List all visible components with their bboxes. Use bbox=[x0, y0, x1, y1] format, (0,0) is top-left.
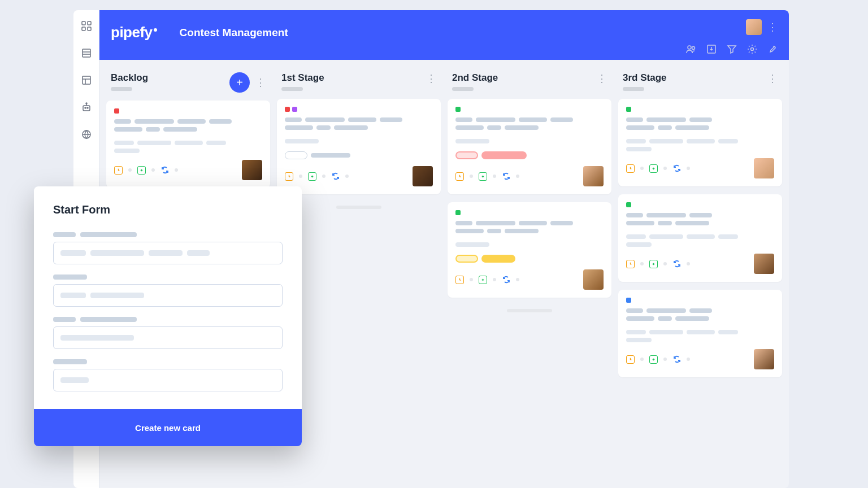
assignee-avatar[interactable] bbox=[413, 166, 433, 186]
dashboard-icon[interactable] bbox=[80, 19, 93, 33]
sync-icon bbox=[672, 355, 681, 364]
user-avatar[interactable] bbox=[746, 19, 762, 35]
label-red bbox=[285, 107, 290, 112]
kanban-card[interactable] bbox=[618, 99, 782, 186]
create-card-button[interactable]: Create new card bbox=[34, 409, 302, 446]
kanban-card[interactable] bbox=[106, 101, 270, 188]
members-icon[interactable] bbox=[686, 44, 696, 54]
clock-icon bbox=[626, 260, 635, 268]
sync-icon bbox=[672, 164, 681, 173]
label-blue bbox=[626, 298, 631, 303]
list-icon[interactable] bbox=[80, 46, 93, 60]
column-stage-3: 3rd Stage ⋮ bbox=[618, 69, 782, 488]
kanban-card[interactable] bbox=[618, 290, 782, 377]
check-icon bbox=[308, 172, 316, 181]
svg-point-14 bbox=[86, 103, 87, 104]
svg-rect-0 bbox=[82, 21, 85, 25]
svg-rect-3 bbox=[88, 27, 91, 30]
svg-rect-7 bbox=[83, 76, 90, 84]
check-icon bbox=[479, 276, 487, 284]
label-green bbox=[626, 202, 631, 207]
clock-icon bbox=[455, 172, 464, 181]
svg-point-12 bbox=[87, 107, 88, 108]
svg-point-17 bbox=[688, 46, 691, 49]
globe-icon[interactable] bbox=[80, 128, 93, 141]
column-menu-icon[interactable]: ⋮ bbox=[597, 72, 607, 85]
layout-icon[interactable] bbox=[80, 73, 93, 87]
sync-icon bbox=[502, 172, 510, 181]
assignee-avatar[interactable] bbox=[242, 160, 262, 180]
label-green bbox=[455, 210, 461, 215]
header-menu-icon[interactable]: ⋮ bbox=[767, 21, 778, 33]
settings-icon[interactable] bbox=[747, 44, 757, 54]
column-subtitle-skeleton bbox=[111, 87, 132, 91]
column-title: 3rd Stage bbox=[623, 72, 666, 84]
assignee-avatar[interactable] bbox=[583, 269, 604, 290]
column-scrollbar bbox=[507, 309, 552, 312]
check-icon bbox=[649, 355, 658, 364]
form-field-4[interactable] bbox=[53, 369, 283, 391]
card-status-icons bbox=[114, 166, 178, 175]
assignee-avatar[interactable] bbox=[583, 166, 604, 186]
start-form-modal: Start Form Create new card bbox=[34, 186, 302, 446]
column-title: 2nd Stage bbox=[452, 72, 498, 84]
svg-rect-10 bbox=[83, 106, 90, 111]
sync-icon bbox=[160, 166, 169, 175]
svg-rect-2 bbox=[82, 27, 85, 30]
svg-point-20 bbox=[751, 48, 754, 51]
clock-icon bbox=[114, 166, 123, 175]
clock-icon bbox=[455, 276, 464, 284]
import-icon[interactable] bbox=[706, 44, 717, 54]
column-menu-icon[interactable]: ⋮ bbox=[426, 72, 436, 85]
pipe-title: Contest Management bbox=[180, 27, 288, 39]
sync-icon bbox=[672, 260, 681, 268]
check-icon bbox=[649, 260, 658, 268]
bot-icon[interactable] bbox=[80, 101, 93, 114]
column-title: 1st Stage bbox=[281, 72, 324, 84]
label-red bbox=[114, 108, 119, 114]
svg-rect-4 bbox=[83, 49, 90, 57]
column-header: Backlog + ⋮ bbox=[106, 69, 270, 101]
check-icon bbox=[649, 164, 658, 173]
assignee-avatar[interactable] bbox=[754, 349, 774, 369]
form-field-3[interactable] bbox=[53, 326, 283, 349]
sync-icon bbox=[502, 276, 510, 284]
check-icon bbox=[479, 172, 487, 181]
column-scrollbar bbox=[336, 206, 381, 209]
column-title: Backlog bbox=[111, 72, 148, 84]
kanban-card[interactable] bbox=[448, 99, 611, 194]
clock-icon bbox=[626, 164, 635, 173]
label-green bbox=[626, 107, 631, 112]
svg-point-18 bbox=[692, 47, 695, 50]
header-toolbar bbox=[686, 44, 778, 54]
label-green bbox=[455, 107, 461, 112]
kanban-card[interactable] bbox=[448, 202, 611, 298]
sync-icon bbox=[331, 172, 340, 181]
header: pipefy Contest Management ⋮ bbox=[99, 10, 789, 60]
svg-point-11 bbox=[85, 107, 86, 108]
modal-title: Start Form bbox=[53, 203, 283, 216]
column-menu-icon[interactable]: ⋮ bbox=[255, 76, 266, 89]
label-purple bbox=[292, 107, 297, 112]
add-card-button[interactable]: + bbox=[229, 72, 250, 93]
clock-icon bbox=[285, 172, 293, 181]
wrench-icon[interactable] bbox=[767, 44, 778, 54]
kanban-card[interactable] bbox=[618, 194, 782, 282]
assignee-avatar[interactable] bbox=[754, 158, 774, 178]
kanban-card[interactable] bbox=[277, 99, 441, 194]
form-field-2[interactable] bbox=[53, 284, 283, 307]
form-field-1[interactable] bbox=[53, 242, 283, 264]
column-menu-icon[interactable]: ⋮ bbox=[767, 72, 778, 85]
column-stage-2: 2nd Stage ⋮ bbox=[448, 69, 611, 488]
check-icon bbox=[137, 166, 146, 175]
assignee-avatar[interactable] bbox=[754, 254, 774, 274]
logo: pipefy bbox=[111, 24, 157, 41]
clock-icon bbox=[626, 355, 635, 364]
filter-icon[interactable] bbox=[727, 44, 737, 54]
svg-rect-1 bbox=[88, 21, 91, 25]
